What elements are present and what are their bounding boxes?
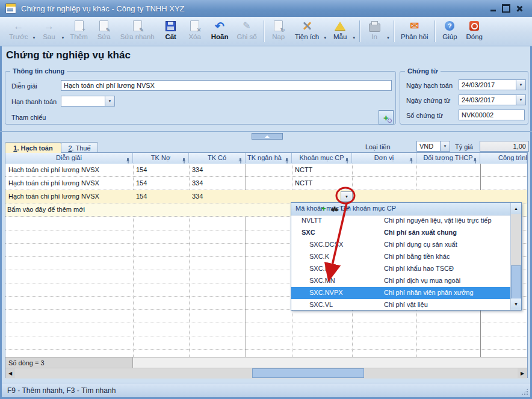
- table-row[interactable]: Hạch toán chi phí lương NVSX 154 334 NCT…: [5, 164, 527, 177]
- dropdown-item-nvltt[interactable]: NVLTTChi phí nguyên liệu, vật liệu trực …: [291, 215, 511, 227]
- previous-dropdown-caret[interactable]: ▼: [32, 36, 36, 40]
- tools-icon: [302, 20, 312, 31]
- toolbar-button-add[interactable]: + Thêm: [66, 17, 91, 46]
- template-dropdown-caret[interactable]: ▼: [352, 36, 356, 40]
- feedback-envelope-icon: ✉: [410, 20, 419, 31]
- table-row[interactable]: Hạch toán chi phí lương NVSX 154 334 NCT…: [5, 177, 527, 190]
- dropdown-scroll-up-button[interactable]: ▲: [511, 203, 521, 214]
- back-arrow-icon: ←: [13, 21, 23, 31]
- add-document-icon: +: [75, 20, 84, 31]
- status-text: F9 - Thêm nhanh, F3 - Tìm nhanh: [7, 386, 116, 395]
- description-label: Diễn giải: [11, 82, 37, 90]
- toolbar-button-help[interactable]: ? Giúp: [438, 17, 462, 46]
- expense-item-dropdown-button[interactable]: ▼: [341, 191, 353, 202]
- column-header-description[interactable]: Diễn giải: [5, 153, 133, 163]
- toolbar-button-print[interactable]: In: [362, 17, 386, 46]
- maximize-button[interactable]: [500, 2, 513, 14]
- window-controls: [486, 0, 532, 17]
- save-floppy-icon: [165, 21, 176, 31]
- posting-date-picker[interactable]: 24/03/2017 ▼: [459, 79, 526, 90]
- doc-date-picker[interactable]: 24/03/2017 ▼: [459, 94, 526, 105]
- magnifier-icon: [388, 119, 392, 123]
- toolbar-button-utilities[interactable]: Tiện ích: [291, 17, 323, 46]
- currency-label: Loại tiền: [365, 143, 391, 150]
- quick-edit-icon: ✎: [133, 20, 142, 31]
- dropdown-item-sxc-nvpx[interactable]: SXC.NVPXChi phí nhân viên phân xưởng: [291, 287, 511, 299]
- column-header-expense-item[interactable]: Khoản mục CP: [292, 153, 352, 163]
- document-group: Chứng từ Ngày hạch toán 24/03/2017 ▼ Ngà…: [400, 71, 528, 125]
- table-row-selected[interactable]: Hạch toán chi phí lương NVSX 154 334 ▼: [5, 190, 527, 203]
- column-header-unit[interactable]: Đơn vị: [352, 153, 416, 163]
- toolbar-button-delete[interactable]: ✕ Xóa: [183, 17, 207, 46]
- reload-icon: ↻: [274, 20, 283, 31]
- utilities-dropdown-caret[interactable]: ▼: [323, 36, 327, 40]
- column-header-project[interactable]: Công trình: [480, 153, 527, 163]
- toolbar-separator: [435, 20, 435, 42]
- toolbar-button-quick-edit[interactable]: ✎ Sửa nhanh: [116, 17, 159, 46]
- dropdown-item-sxc-kh[interactable]: SXC.KHChi phí khấu hao TSCĐ: [291, 263, 511, 275]
- dropdown-scroll-thumb[interactable]: [511, 265, 521, 299]
- toolbar-separator: [394, 20, 394, 42]
- tab-hach-toan[interactable]: 1. Hạch toán: [5, 142, 61, 153]
- toolbar-separator: [359, 20, 360, 42]
- horizontal-scrollbar[interactable]: ◀ ▶: [5, 368, 527, 379]
- dropdown-item-sxc-mn[interactable]: SXC.MNChi phí dịch vụ mua ngoài: [291, 275, 511, 287]
- horizontal-scroll-thumb[interactable]: [252, 368, 364, 378]
- add-expense-item-icon[interactable]: +: [321, 204, 326, 213]
- printer-icon: [369, 23, 380, 32]
- due-date-label: Hạn thanh toán: [11, 98, 57, 105]
- row-count-label: Số dòng = 3: [5, 357, 133, 368]
- doc-date-dropdown-icon[interactable]: ▼: [516, 95, 525, 105]
- minimize-button[interactable]: [486, 2, 500, 14]
- close-icon: [516, 5, 523, 12]
- toolbar-button-edit[interactable]: ✎ Sửa: [92, 17, 116, 46]
- column-header-cost-object[interactable]: Đối tượng THCP: [416, 153, 480, 163]
- currency-combobox[interactable]: VND ▼: [416, 141, 450, 152]
- dropdown-item-sxc-vl[interactable]: SXC.VLChi phí vật liệu: [291, 299, 511, 311]
- general-info-legend: Thông tin chung: [10, 67, 67, 75]
- currency-dropdown-icon[interactable]: ▼: [440, 141, 450, 151]
- toolbar-button-close[interactable]: Đóng: [462, 17, 487, 46]
- dropdown-scroll-down-button[interactable]: ▼: [511, 298, 521, 310]
- due-date-dropdown-icon[interactable]: ▼: [105, 96, 114, 106]
- due-date-combobox[interactable]: ▼: [61, 96, 115, 107]
- print-dropdown-caret[interactable]: ▼: [386, 36, 390, 40]
- grid-header: Diễn giải TK Nợ TK Có TK ngân hà Khoản m…: [5, 153, 527, 164]
- dropdown-scrollbar[interactable]: ▲ ▼: [510, 203, 521, 310]
- toolbar-button-reload[interactable]: ↻ Nạp: [267, 17, 291, 46]
- name-column-header: Tên khoản mục CP: [339, 205, 396, 212]
- description-input[interactable]: [61, 80, 392, 91]
- grid-row-line: [5, 336, 527, 336]
- column-header-credit[interactable]: TK Có: [189, 153, 246, 163]
- scroll-left-button[interactable]: ◀: [5, 368, 15, 378]
- toolbar-button-template[interactable]: Mẫu: [328, 17, 352, 46]
- toolbar-button-previous[interactable]: ← Trước: [5, 17, 32, 46]
- add-reference-button[interactable]: +: [379, 110, 394, 125]
- status-bar: F9 - Thêm nhanh, F3 - Tìm nhanh: [2, 383, 530, 397]
- scroll-right-button[interactable]: ▶: [518, 368, 527, 378]
- dropdown-item-sxc-k[interactable]: SXC.KChi phí bằng tiền khác: [291, 251, 511, 263]
- undo-icon: ↶: [215, 20, 224, 32]
- dropdown-item-sxc-dcsx[interactable]: SXC.DCSXChi phí dụng cụ sản xuất: [291, 239, 511, 251]
- close-app-icon: [469, 21, 479, 31]
- page-title: Chứng từ nghiệp vụ khác: [6, 49, 131, 61]
- toolbar-button-next[interactable]: → Sau: [37, 17, 61, 46]
- next-dropdown-caret[interactable]: ▼: [61, 36, 64, 40]
- toolbar-button-save[interactable]: Cất: [159, 17, 183, 46]
- toolbar-button-post[interactable]: ✎ Ghi sổ: [232, 17, 261, 46]
- forward-arrow-icon: →: [44, 21, 54, 31]
- template-ruler-icon: [335, 22, 345, 30]
- splitter-line: [0, 131, 532, 132]
- toolbar-button-undo[interactable]: ↶ Hoãn: [207, 17, 233, 46]
- collapse-panel-button[interactable]: [252, 133, 283, 140]
- column-header-debit[interactable]: TK Nợ: [133, 153, 189, 163]
- doc-no-input[interactable]: [459, 110, 525, 120]
- search-binoculars-icon[interactable]: [331, 206, 338, 213]
- expense-item-dropdown-popup: Mã khoản mục CP + Tên khoản mục CP NVLTT…: [291, 202, 522, 311]
- tab-thue[interactable]: 2. Thuế: [61, 142, 98, 153]
- toolbar-button-feedback[interactable]: ✉ Phản hồi: [397, 17, 432, 46]
- posting-date-dropdown-icon[interactable]: ▼: [516, 80, 525, 90]
- posting-date-label: Ngày hạch toán: [406, 82, 453, 89]
- close-button[interactable]: [513, 2, 526, 14]
- dropdown-item-sxc[interactable]: SXCChi phí sản xuất chung: [291, 227, 511, 239]
